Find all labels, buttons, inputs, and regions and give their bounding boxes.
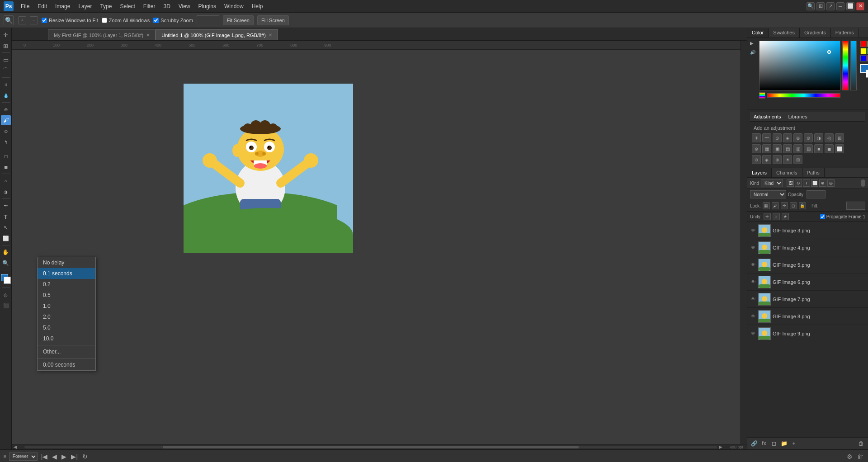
tool-quick-mask[interactable]: ◎ — [1, 290, 11, 300]
gradient-map-icon[interactable]: ▥ — [793, 144, 802, 153]
play-btn[interactable]: ▶ — [61, 453, 67, 460]
propagate-checkbox[interactable] — [820, 214, 825, 219]
zoom-all-checkbox[interactable]: Zoom All Windows — [102, 18, 150, 23]
hsl-icon[interactable]: ⊕ — [793, 133, 802, 142]
layer-item-6[interactable]: 👁 GIF Image 6.png — [747, 273, 868, 291]
zoom-tool-icon[interactable]: 🔍 — [4, 15, 14, 25]
tool-marquee-rect[interactable]: ▭ — [1, 55, 11, 65]
h-scrollbar-thumb[interactable] — [163, 446, 578, 448]
dd-0-2[interactable]: 0.2 — [38, 279, 95, 290]
libraries-tab[interactable]: Libraries — [785, 112, 811, 121]
layer-filter-icon4[interactable]: ⬜ — [811, 179, 818, 187]
swatch-blue[interactable] — [860, 55, 867, 61]
loop-select[interactable]: Forever — [9, 453, 38, 461]
tool-type[interactable]: T — [1, 212, 11, 222]
photo-filter-icon[interactable]: ◎ — [825, 133, 834, 142]
h-scrollbar-track[interactable] — [24, 446, 717, 448]
layer-filter-icon6[interactable]: ◎ — [827, 179, 835, 187]
scroll-right-btn[interactable]: ▶ — [719, 444, 728, 449]
menu-plugins[interactable]: Plugins — [195, 2, 220, 10]
layer-eye-6[interactable]: 👁 — [750, 279, 756, 285]
layer-eye-8[interactable]: 👁 — [750, 313, 756, 320]
menu-view[interactable]: View — [175, 2, 194, 10]
layer-item-7[interactable]: 👁 GIF Image 7.png — [747, 291, 868, 308]
add-mask-btn[interactable]: ◻ — [770, 439, 778, 448]
exposure-icon[interactable]: ⊙ — [773, 133, 782, 142]
color-balance-icon[interactable]: ⊘ — [804, 133, 813, 142]
layer-eye-9[interactable]: 👁 — [750, 330, 756, 337]
unify-vis-btn[interactable]: ○ — [773, 213, 780, 220]
blend-mode-select[interactable]: Normal — [750, 190, 786, 198]
tool-history-brush[interactable]: ↰ — [1, 137, 11, 147]
tool-screen-mode[interactable]: ⬛ — [1, 301, 11, 311]
search-icon[interactable]: 🔍 — [807, 2, 815, 10]
dd-10-0[interactable]: 10.0 — [38, 333, 95, 344]
dd-1-0[interactable]: 1.0 — [38, 301, 95, 311]
dd-0-1-seconds[interactable]: 0.1 seconds — [38, 268, 95, 279]
dd-0-5[interactable]: 0.5 — [38, 290, 95, 301]
dd-5-0[interactable]: 5.0 — [38, 322, 95, 333]
menu-help[interactable]: Help — [248, 2, 267, 10]
layer-filter-icon1[interactable]: 🖼 — [787, 179, 794, 187]
solid-color-icon[interactable]: ■ — [814, 144, 823, 153]
levels-icon[interactable]: ▤ — [783, 144, 792, 153]
color-saturation-box[interactable] — [759, 41, 840, 90]
color-tab[interactable]: Color — [747, 28, 769, 38]
layer-eye-3[interactable]: 👁 — [750, 227, 756, 234]
add-style-btn[interactable]: fx — [760, 439, 768, 448]
menu-filter[interactable]: Filter — [140, 2, 159, 10]
gradient2-icon[interactable]: ◈ — [762, 155, 771, 164]
posterize-icon[interactable]: ▦ — [762, 144, 771, 153]
tool-healing[interactable]: ⊕ — [1, 104, 11, 114]
close-icon[interactable]: ✕ — [856, 2, 864, 10]
filter-toggle[interactable] — [861, 179, 865, 187]
curves-icon[interactable]: 〜 — [762, 133, 771, 142]
layer-filter-icon2[interactable]: ⊙ — [795, 179, 802, 187]
tool-brush[interactable]: 🖌 — [1, 115, 11, 125]
selective-color-icon[interactable]: ▧ — [804, 144, 813, 153]
scroll-left-btn[interactable]: ◀ — [14, 444, 23, 449]
tool-crop[interactable]: ⌗ — [1, 80, 11, 90]
tl-settings-btn[interactable]: ⚙ — [846, 453, 854, 460]
menu-file[interactable]: File — [17, 2, 33, 10]
lock-all-btn[interactable]: 🔒 — [799, 202, 806, 209]
tool-hand[interactable]: ✋ — [1, 247, 11, 257]
vibrance-icon[interactable]: ◈ — [783, 133, 792, 142]
tab-1-close[interactable]: ✕ — [269, 33, 272, 38]
menu-type[interactable]: Type — [96, 2, 115, 10]
gradients-tab[interactable]: Gradients — [800, 28, 831, 38]
new-group-btn[interactable]: 📁 — [780, 439, 788, 448]
lock-artboard-btn[interactable]: ◻ — [790, 202, 797, 209]
background-color[interactable] — [4, 277, 11, 284]
new-layer-btn[interactable]: + — [790, 439, 798, 448]
layer-item-9[interactable]: 👁 GIF Image 9.png — [747, 325, 868, 342]
channels-tab[interactable]: Channels — [772, 168, 802, 177]
tool-move[interactable]: ✛ — [1, 30, 11, 40]
lock-transparent-btn[interactable]: ▦ — [763, 202, 770, 209]
layers-tab[interactable]: Layers — [747, 168, 772, 177]
lookup-icon[interactable]: ⊙ — [752, 155, 761, 164]
resize-windows-checkbox[interactable]: Resize Windows to Fit — [42, 18, 98, 23]
tool-clone[interactable]: ⊙ — [1, 126, 11, 136]
brightness-icon[interactable]: ☀ — [752, 133, 761, 142]
gradient-fill-icon[interactable]: ◼ — [825, 144, 834, 153]
alpha-bar[interactable] — [850, 41, 857, 90]
menu-3d[interactable]: 3D — [160, 2, 174, 10]
tool-eraser[interactable]: ◻ — [1, 151, 11, 161]
swatch-red[interactable] — [860, 41, 867, 47]
swatch-yellow[interactable] — [860, 48, 867, 54]
kind-select[interactable]: Kind — [761, 179, 783, 187]
fill-screen-button[interactable]: Fill Screen — [257, 15, 289, 25]
menu-window[interactable]: Window — [221, 2, 247, 10]
tool-shape[interactable]: ⬜ — [1, 233, 11, 243]
tool-dodge[interactable]: ◑ — [1, 187, 11, 197]
bg-swatch[interactable] — [866, 70, 868, 78]
maximize-icon[interactable]: ⬜ — [846, 2, 854, 10]
hue-bar[interactable] — [842, 41, 849, 90]
dd-2-0[interactable]: 2.0 — [38, 311, 95, 322]
fit-screen-button[interactable]: Fit Screen — [223, 15, 254, 25]
unify-style-btn[interactable]: ★ — [782, 213, 789, 220]
lock-position-btn[interactable]: ✛ — [781, 202, 788, 209]
menu-layer[interactable]: Layer — [75, 2, 95, 10]
layer-eye-5[interactable]: 👁 — [750, 262, 756, 268]
